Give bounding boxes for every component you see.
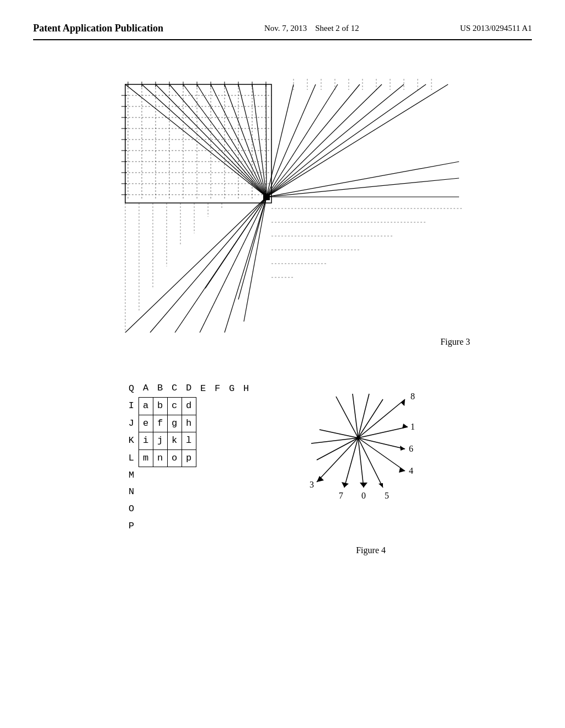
svg-line-29 <box>211 84 266 197</box>
row-label-n: N <box>124 484 138 501</box>
col-b: B <box>153 380 167 397</box>
svg-line-119 <box>358 399 383 438</box>
col-c: C <box>167 380 182 397</box>
sheet-info: Sheet 2 of 12 <box>315 24 359 33</box>
cell-ia: a <box>138 397 153 415</box>
table-row: N <box>124 484 253 501</box>
svg-line-118 <box>358 394 369 438</box>
svg-line-24 <box>142 84 266 197</box>
cell-id: d <box>182 397 196 415</box>
page-header: Patent Application Publication Nov. 7, 2… <box>33 22 532 40</box>
svg-marker-115 <box>317 476 324 482</box>
svg-line-28 <box>197 84 266 197</box>
svg-line-120 <box>319 430 358 438</box>
table-row: J e f g h <box>124 415 253 432</box>
row-label-l: L <box>124 449 138 467</box>
cell-kh <box>239 432 253 450</box>
svg-marker-113 <box>342 482 349 488</box>
svg-line-108 <box>358 438 383 488</box>
label-5: 5 <box>385 491 389 500</box>
svg-marker-111 <box>360 483 367 488</box>
svg-line-102 <box>358 427 408 438</box>
label-8: 8 <box>411 392 415 401</box>
label-0: 0 <box>361 491 366 500</box>
cell-lp: p <box>182 449 196 467</box>
figure4-content: Q A B C D E F G H <box>124 380 441 534</box>
cell-jg2 <box>225 415 239 432</box>
col-f: F <box>210 380 225 397</box>
cell-m6 <box>210 467 225 484</box>
svg-line-40 <box>266 84 294 197</box>
svg-line-34 <box>266 84 426 197</box>
figure4-grid: Q A B C D E F G H <box>124 380 253 534</box>
cell-jg: g <box>167 415 182 432</box>
svg-line-39 <box>266 84 316 197</box>
label-7: 7 <box>339 491 343 500</box>
cell-jf2 <box>210 415 225 432</box>
date-sheet: Nov. 7, 2013 Sheet 2 of 12 <box>264 22 359 35</box>
cell-m7 <box>225 467 239 484</box>
label-6: 6 <box>409 444 413 453</box>
col-q: Q <box>124 380 138 397</box>
figure3-diagram <box>95 68 470 333</box>
svg-line-43 <box>266 178 459 197</box>
cell-ic: c <box>167 397 182 415</box>
col-h: H <box>239 380 253 397</box>
figure4-compass: 8 1 6 4 5 0 7 3 <box>286 380 441 504</box>
svg-line-106 <box>358 438 405 471</box>
row-p-empty <box>138 518 253 535</box>
row-label-p: P <box>124 518 138 535</box>
label-1: 1 <box>411 422 415 431</box>
figure4-caption: Figure 4 <box>124 545 441 555</box>
table-row: M <box>124 467 253 484</box>
row-label-k: K <box>124 432 138 450</box>
cell-m8 <box>239 467 253 484</box>
cell-ig <box>225 397 239 415</box>
patent-number: US 2013/0294511 A1 <box>460 22 532 35</box>
table-row: O <box>124 501 253 518</box>
svg-line-117 <box>353 394 358 438</box>
cell-ke <box>196 432 210 450</box>
row-label-i: I <box>124 397 138 415</box>
svg-line-33 <box>266 84 266 197</box>
svg-line-100 <box>358 399 405 438</box>
col-d: D <box>182 380 196 397</box>
table-header-row: Q A B C D E F G H <box>124 380 253 397</box>
svg-line-122 <box>317 438 358 460</box>
cell-jh2 <box>239 415 253 432</box>
svg-line-50 <box>238 197 266 299</box>
cell-lm: m <box>138 449 153 467</box>
cell-jh: h <box>182 415 196 432</box>
cell-kj: j <box>153 432 167 450</box>
cell-ln: n <box>153 449 167 467</box>
svg-line-35 <box>266 84 404 197</box>
svg-line-36 <box>266 84 382 197</box>
cell-le <box>196 449 210 467</box>
cell-lo: o <box>167 449 182 467</box>
cell-m3 <box>167 467 182 484</box>
col-a: A <box>138 380 153 397</box>
publication-title: Patent Application Publication <box>33 22 163 35</box>
cell-m5 <box>196 467 210 484</box>
row-n-empty <box>138 484 253 501</box>
figures-container: Figure 3 Q A B C D <box>33 57 532 555</box>
svg-line-104 <box>358 438 405 449</box>
table-row: I a b c d <box>124 397 253 415</box>
cell-lh <box>239 449 253 467</box>
svg-line-110 <box>358 438 364 488</box>
row-label-m: M <box>124 467 138 484</box>
svg-line-121 <box>311 438 358 443</box>
svg-line-116 <box>336 397 358 438</box>
cell-kk: k <box>167 432 182 450</box>
row-label-j: J <box>124 415 138 432</box>
svg-line-38 <box>266 84 338 197</box>
cell-lg <box>225 449 239 467</box>
svg-line-46 <box>150 197 266 333</box>
cell-ki: i <box>138 432 153 450</box>
figure3-caption: Figure 3 <box>95 337 470 347</box>
cell-if <box>210 397 225 415</box>
svg-marker-109 <box>379 483 383 488</box>
table-row: P <box>124 518 253 535</box>
page: Patent Application Publication Nov. 7, 2… <box>0 0 565 728</box>
col-g: G <box>225 380 239 397</box>
